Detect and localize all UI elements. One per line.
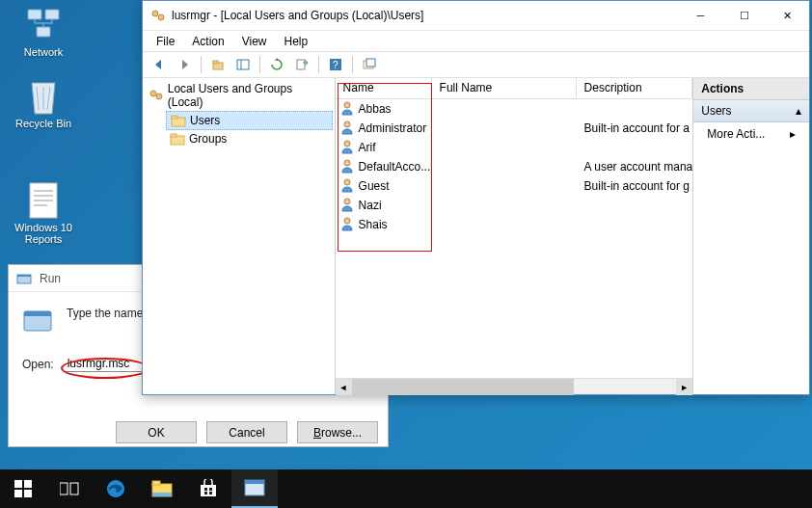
minimize-button[interactable]: ─ (679, 2, 722, 29)
maximize-button[interactable]: ☐ (722, 2, 766, 29)
desktop-icon-network[interactable]: Network (10, 6, 77, 58)
tree-item-label: Users (190, 114, 220, 127)
svg-rect-45 (152, 493, 172, 496)
back-button[interactable] (149, 54, 170, 75)
menu-action[interactable]: Action (184, 32, 231, 51)
recycle-bin-icon (24, 77, 63, 116)
task-view-button[interactable] (46, 469, 93, 508)
user-name: Arif (359, 141, 376, 154)
actions-header: Actions (693, 78, 809, 100)
run-cancel-button[interactable]: Cancel (206, 421, 287, 443)
user-icon (339, 216, 355, 234)
svg-point-29 (344, 102, 350, 108)
desktop-icon-recycle[interactable]: Recycle Bin (10, 77, 77, 129)
svg-point-13 (158, 14, 164, 20)
new-window-button[interactable] (359, 54, 380, 75)
run-ok-button[interactable]: OK (116, 421, 197, 443)
show-hide-button[interactable] (232, 54, 254, 75)
svg-rect-47 (204, 488, 207, 491)
horizontal-scrollbar[interactable]: ◄ ► (336, 378, 693, 394)
svg-rect-44 (152, 481, 160, 485)
svg-rect-2 (37, 27, 50, 37)
export-button[interactable] (291, 54, 312, 75)
svg-point-32 (344, 160, 350, 166)
user-name: Administrator (359, 121, 427, 135)
toolbar: ? (143, 51, 809, 78)
user-row[interactable]: Shais (336, 215, 693, 234)
network-icon (24, 6, 63, 44)
column-header-description[interactable]: Description (577, 78, 693, 98)
scroll-right-button[interactable]: ► (676, 379, 692, 395)
svg-point-23 (150, 91, 156, 96)
users-groups-icon (149, 88, 164, 103)
actions-more[interactable]: More Acti... ▸ (693, 122, 809, 146)
taskbar-edge[interactable] (93, 469, 139, 508)
desktop-icon-reports[interactable]: Windows 10 Reports (10, 181, 77, 245)
refresh-button[interactable] (266, 54, 287, 75)
svg-rect-38 (14, 490, 22, 497)
task-view-icon (60, 481, 79, 496)
svg-text:?: ? (333, 60, 338, 70)
scroll-thumb[interactable] (352, 379, 574, 395)
list-header: Name Full Name Description (336, 78, 693, 99)
column-header-fullname[interactable]: Full Name (432, 78, 577, 98)
up-button[interactable] (207, 54, 229, 75)
svg-rect-36 (14, 480, 22, 488)
tree-item-users[interactable]: Users (166, 111, 333, 130)
windows-icon (14, 480, 32, 497)
edge-icon (105, 478, 126, 499)
svg-rect-41 (70, 483, 78, 495)
mmc-window-icon (244, 479, 265, 496)
actions-group-users[interactable]: Users ▴ (693, 100, 809, 122)
svg-point-31 (344, 141, 350, 147)
list-body[interactable]: AbbasAdministratorBuilt-in account for a… (336, 99, 693, 378)
window-titlebar[interactable]: lusrmgr - [Local Users and Groups (Local… (143, 1, 809, 30)
help-button[interactable]: ? (325, 54, 346, 75)
menu-file[interactable]: File (149, 32, 182, 51)
tree-root[interactable]: Local Users and Groups (Local) (145, 80, 333, 111)
svg-rect-16 (237, 60, 249, 69)
folder-icon (170, 132, 185, 146)
user-row[interactable]: Nazi (336, 196, 693, 215)
desktop-icon-label: Network (10, 46, 77, 58)
user-icon (339, 177, 355, 196)
svg-rect-22 (366, 59, 375, 67)
tree-item-groups[interactable]: Groups (166, 130, 333, 147)
svg-rect-50 (209, 492, 212, 495)
svg-rect-11 (24, 311, 51, 316)
user-row[interactable]: Abbas (336, 99, 693, 119)
forward-button[interactable] (174, 54, 195, 75)
run-browse-button[interactable]: BBrowse...rowse... (297, 421, 378, 443)
svg-rect-39 (24, 490, 32, 497)
actions-pane: Actions Users ▴ More Acti... ▸ (693, 78, 809, 394)
chevron-right-icon: ▸ (790, 127, 796, 141)
svg-point-24 (156, 94, 162, 99)
user-row[interactable]: AdministratorBuilt-in account for a (336, 119, 693, 138)
user-description: Built-in account for g (577, 179, 693, 193)
taskbar-lusrmgr[interactable] (231, 469, 278, 508)
start-button[interactable] (0, 469, 46, 508)
user-row[interactable]: DefaultAcco...A user account mana (336, 157, 693, 176)
user-row[interactable]: GuestBuilt-in account for g (336, 176, 693, 196)
svg-rect-48 (209, 488, 212, 491)
user-name: Shais (359, 218, 388, 231)
run-button-row: OK Cancel BBrowse...rowse... (116, 421, 378, 443)
toolbar-separator (259, 56, 260, 73)
explorer-icon (151, 480, 173, 497)
taskbar-store[interactable] (185, 469, 231, 508)
user-row[interactable]: Arif (336, 138, 693, 157)
user-description: A user account mana (577, 160, 693, 174)
close-button[interactable]: ✕ (766, 2, 809, 29)
svg-rect-37 (24, 480, 32, 488)
run-title-text: Run (40, 272, 61, 285)
column-header-name[interactable]: Name (336, 78, 432, 98)
tree-pane[interactable]: Local Users and Groups (Local) Users Gro… (143, 78, 336, 394)
scroll-left-button[interactable]: ◄ (336, 379, 352, 395)
menu-help[interactable]: Help (277, 32, 316, 51)
taskbar-explorer[interactable] (139, 469, 185, 508)
window-title: lusrmgr - [Local Users and Groups (Local… (172, 9, 679, 22)
svg-rect-15 (213, 61, 218, 64)
svg-rect-18 (297, 60, 305, 69)
menu-view[interactable]: View (234, 32, 275, 51)
run-app-icon (22, 306, 53, 336)
